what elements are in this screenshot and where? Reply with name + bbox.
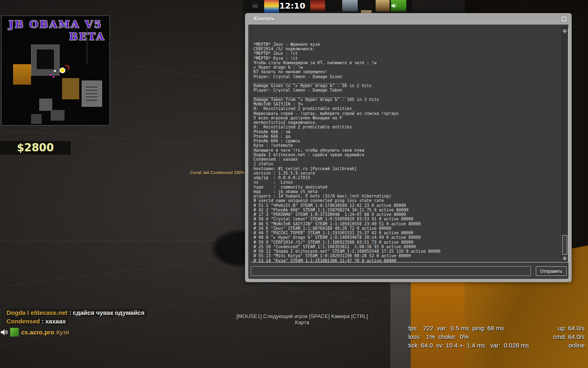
- radar-map-art: [50, 74, 51, 76]
- player-avatar: [376, 0, 390, 11]
- console-line: # 25 10 "Condensed" STEAM_1:1:106353822 …: [254, 245, 560, 249]
- scrollbar-thumb[interactable]: [562, 235, 567, 255]
- dead-player-skull-icon: ☠: [252, 1, 258, 10]
- player-avatar: [342, 0, 358, 11]
- chat-separator: :: [40, 318, 45, 325]
- console-line: os : Linux: [254, 180, 560, 184]
- console-line: CERF2014 /S/ подключился.: [254, 47, 560, 51]
- money-display: $2800: [0, 141, 71, 155]
- console-line: PtenAk 666 : да: [254, 134, 560, 139]
- console-line: Dogda I elitecase.net : сдайся чувак оду…: [254, 153, 560, 157]
- console-line: # 53 14 "Кузя" STEAM_1:1:151081306 11:47…: [254, 258, 560, 263]
- console-line: ______________________________________: [254, 79, 560, 83]
- netgraph-row: tick: 64.0 sv: 10.4 +- 1.4 ms var: 0.028…: [408, 341, 585, 350]
- chat-player-name: Condensed: [7, 318, 40, 325]
- console-line: 0: Reinitialized 2 predictable entities: [254, 125, 560, 129]
- player-avatar: [264, 0, 279, 11]
- player-avatar: [361, 10, 372, 13]
- console-line: # userid name uniqueid connected ping lo…: [254, 198, 560, 203]
- console-line: eermosfictin2 подключился.: [254, 120, 560, 125]
- console-line: version : 1.35.5.9 secure: [254, 171, 560, 175]
- console-line: У всех игроков доступен Фонарик на F: [254, 116, 560, 120]
- radar-map-art: [39, 99, 52, 111]
- voice-player-name: Кузя: [56, 329, 69, 336]
- console-line: Чтобы стать Командиром за КТ, напишите в…: [254, 61, 560, 65]
- console-line: Напишите в чате !rs, чтобы обнулить свои…: [254, 148, 560, 153]
- map-title-line1: JB OBAMA V5: [2, 18, 109, 30]
- console-command-input[interactable]: [251, 266, 531, 276]
- console-line: *МЕРТВ* Кузя : !ct: [254, 56, 560, 61]
- speaker-icon: [1, 329, 8, 335]
- radar-map-art: [51, 110, 65, 121]
- netgraph-stats: tick: 64.0 sv: 10.4 +- 1.4 ms var: 0.028…: [408, 341, 529, 350]
- spectated-player-nametag: Cerial Jail Condensed 100%: [185, 171, 250, 175]
- console-client-area: *МЕРТВ* Zeus : Фрикилл кузяCERF2014 /S/ …: [248, 25, 568, 279]
- console-line: 0: Reinitialized 2 predictable entities: [254, 106, 560, 111]
- console-line: PtenAk 666 : эй: [254, 130, 560, 134]
- console-line: # 59 9 "CERF2014 /S/" STEAM_1:1:18692358…: [254, 240, 560, 245]
- console-line: # 17 3 "РЕКЛАМА" STEAM_1:0:37338048 1:24…: [254, 212, 560, 217]
- voice-server-tag: cs.acro.pro: [21, 329, 54, 336]
- radar-minimap: JB OBAMA V5 BETA: [1, 16, 110, 126]
- console-send-button[interactable]: Отправить: [536, 266, 567, 276]
- console-line: *МЕРТВ* Zeus : Фрикилл кузя: [254, 42, 560, 47]
- console-line: Нарисовать спрей - !spray, выберете спре…: [254, 111, 560, 116]
- console-line: players : 14 humans, 0 bots (32/0 max) (…: [254, 194, 560, 198]
- radar-teammate-dot: [54, 70, 56, 72]
- radar-map-art: [31, 114, 42, 124]
- console-scrollbar[interactable]: [561, 27, 568, 262]
- console-line: type : community dedicated: [254, 185, 560, 189]
- scroll-up-icon[interactable]: [562, 29, 567, 33]
- netgraph-rate: cmd: 64.0/s: [553, 332, 585, 341]
- restore-window-icon[interactable]: [561, 16, 567, 22]
- console-line: # 48 8 "✔ Hyper drago Ъ" STEAM_1:0:14093…: [254, 235, 560, 240]
- floor-edge: [0, 240, 245, 241]
- console-line: Condensed : хахаах: [254, 157, 560, 162]
- netgraph-rate: online: [568, 341, 585, 350]
- console-line: # 50 12 "Dogda I elitecase.net" STEAM_1:…: [254, 249, 560, 254]
- console-line: ] status: [254, 162, 560, 166]
- spectator-controls-hint: [MOUSE1] Следующий игрок [SPACE] Камера …: [229, 313, 376, 325]
- radar-map-art: [37, 49, 54, 69]
- voice-chat-indicator: cs.acro.pro Кузя: [1, 328, 69, 337]
- console-line: PtenAk 666 : сдаюсь: [254, 139, 560, 143]
- console-line: Кузя : !votemute: [254, 143, 560, 148]
- console-line: Player: Crystal lemon - Damage Given: [254, 74, 560, 79]
- console-line: *МЕРТВ* Zeus : !ct: [254, 51, 560, 56]
- console-line: # 42 2 "PtenAk 666" STEAM_1:1:158768274 …: [254, 208, 560, 212]
- console-line: # 58 4 "Crystal lemon" STEAM_1:0:5505092…: [254, 217, 560, 221]
- console-line: udp/ip : 0.0.0.0:27015: [254, 175, 560, 180]
- netgraph-row: fps: 222 var: 0.5 ms ping: 68 ms up: 64.…: [408, 324, 585, 332]
- chat-player-name: Dogda I elitecase.net: [7, 309, 67, 316]
- player-avatar: [310, 0, 325, 11]
- round-timer: 12:10: [279, 0, 305, 11]
- radar-map-art: [13, 64, 31, 85]
- console-log: *МЕРТВ* Zeus : Фрикилл кузяCERF2014 /S/ …: [254, 28, 560, 263]
- scroll-down-icon[interactable]: [562, 256, 567, 260]
- console-line: # 55 13 "Mini Kotya" STEAM_1:0:102031190…: [254, 254, 560, 258]
- voice-player-avatar: [10, 328, 19, 337]
- radar-map-art: [87, 27, 87, 64]
- console-line: КТ лазить по нычкам запрещено!: [254, 70, 560, 74]
- console-line: Damage Taken from "✔ Hyper drago Ъ" - 10…: [254, 97, 560, 102]
- console-line: ______________________________________: [254, 93, 560, 97]
- console-line: Player: Crystal lemon - Damage Taken: [254, 88, 560, 92]
- chat-separator: :: [67, 309, 73, 316]
- netgraph-panel: fps: 222 var: 0.5 ms ping: 68 ms up: 64.…: [408, 324, 585, 350]
- chat-area: Dogda I elitecase.net : сдайся чувак оду…: [6, 309, 147, 326]
- netgraph-rate: up: 64.0/s: [558, 324, 585, 332]
- console-line: # 34 6 "Zeus" STEAM_1:1:80760180 49:20 7…: [254, 226, 560, 231]
- console-line: # 51 1 "ЧPeKzIt.В" STEAM_1:0:179630599 1…: [254, 203, 560, 208]
- console-line: Damage Given to "✔ Hyper drago Ъ" - 56 i…: [254, 83, 560, 88]
- console-window-title[interactable]: Консоль: [254, 16, 275, 22]
- chat-message-text: хахаах: [45, 318, 66, 325]
- console-line: ✔ Hyper drago Ъ : !w: [254, 65, 560, 70]
- console-line: # 44 7 "PUCCKI_TOPER" STEAM_1:1:19330153…: [254, 231, 560, 235]
- console-line: # 46 5 "MoNsTeR SAIYJIN" STEAM_1:1:10591…: [254, 222, 560, 226]
- console-output[interactable]: *МЕРТВ* Zeus : Фрикилл кузяCERF2014 /S/ …: [251, 27, 568, 263]
- netgraph-stats: fps: 222 var: 0.5 ms ping: 68 ms: [408, 324, 504, 332]
- voice-speaker-icon: [392, 3, 397, 8]
- chat-message: Dogda I elitecase.net : сдайся чувак оду…: [6, 309, 147, 316]
- console-line: MoNsTeR SAIYJIN : Эч: [254, 102, 560, 106]
- console-line: map : jb_obama_v5_beta: [254, 189, 560, 194]
